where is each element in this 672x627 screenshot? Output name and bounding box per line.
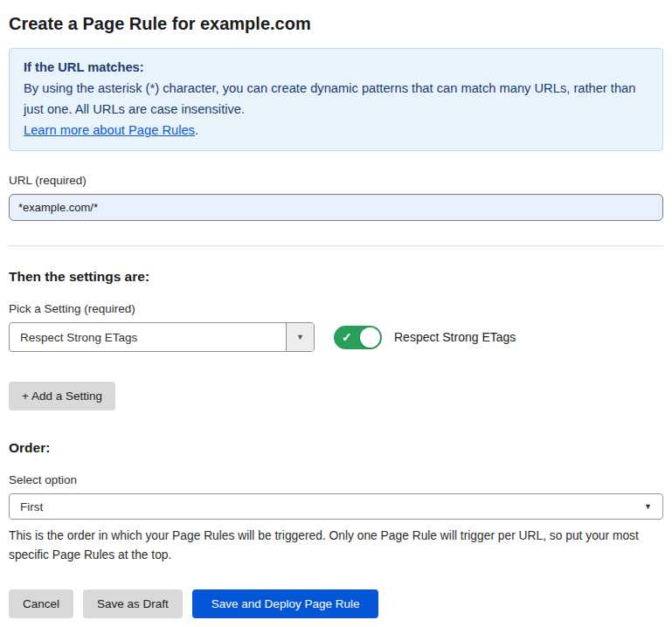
info-box-body: By using the asterisk (*) character, you… — [24, 78, 648, 120]
dropdown-arrow-icon: ▼ — [296, 333, 304, 341]
learn-more-link[interactable]: Learn more about Page Rules — [24, 123, 195, 137]
caret-down-icon: ▼ — [644, 502, 652, 511]
info-box-heading: If the URL matches: — [24, 57, 648, 78]
page-rule-form: Create a Page Rule for example.com If th… — [0, 0, 672, 618]
add-setting-button[interactable]: + Add a Setting — [9, 382, 115, 410]
check-icon: ✓ — [342, 331, 352, 343]
toggle-label: Respect Strong ETags — [394, 330, 516, 344]
toggle-knob — [360, 327, 380, 348]
url-field-label: URL (required) — [9, 174, 663, 187]
order-section-heading: Order: — [9, 440, 663, 456]
page-title: Create a Page Rule for example.com — [9, 14, 663, 34]
order-select[interactable]: First ▼ — [9, 493, 663, 520]
save-draft-button[interactable]: Save as Draft — [83, 589, 183, 618]
form-actions: Cancel Save as Draft Save and Deploy Pag… — [9, 589, 663, 618]
settings-section-heading: Then the settings are: — [9, 269, 663, 285]
setting-row: Respect Strong ETags ▼ ✓ Respect Strong … — [9, 322, 663, 352]
etags-toggle[interactable]: ✓ — [334, 326, 382, 349]
dropdown-arrow-button[interactable]: ▼ — [286, 323, 314, 351]
order-select-value: First — [20, 500, 43, 513]
order-help-text: This is the order in which your Page Rul… — [9, 527, 663, 565]
url-input[interactable] — [9, 194, 663, 221]
section-divider — [9, 245, 663, 246]
setting-select-value: Respect Strong ETags — [10, 323, 286, 351]
order-select-label: Select option — [9, 473, 663, 486]
url-match-info-box: If the URL matches: By using the asteris… — [9, 48, 663, 151]
link-suffix: . — [195, 123, 198, 137]
setting-select[interactable]: Respect Strong ETags ▼ — [9, 322, 315, 352]
info-box-link-line: Learn more about Page Rules. — [24, 120, 648, 141]
setting-picker-label: Pick a Setting (required) — [9, 302, 663, 315]
save-deploy-button[interactable]: Save and Deploy Page Rule — [192, 589, 379, 618]
cancel-button[interactable]: Cancel — [9, 589, 73, 618]
